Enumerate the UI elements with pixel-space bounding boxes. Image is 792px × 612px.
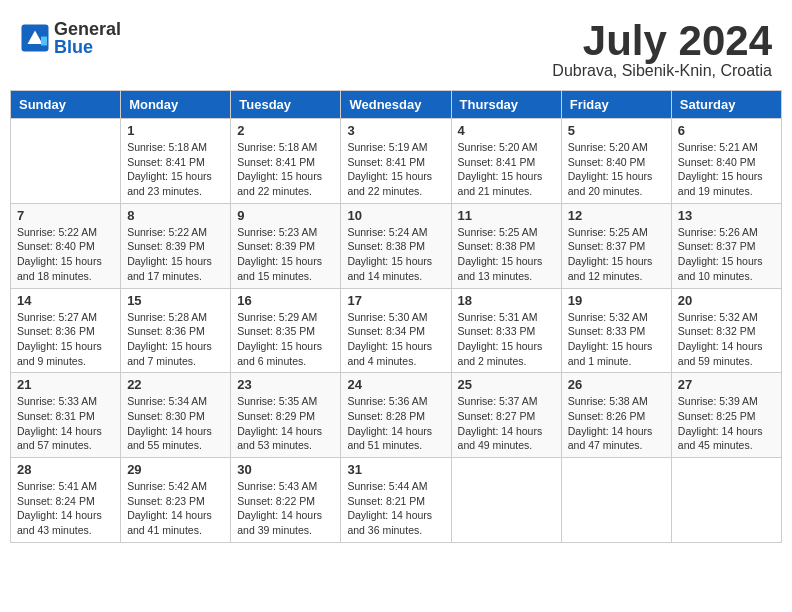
day-header-thursday: Thursday bbox=[451, 91, 561, 119]
calendar-cell: 28Sunrise: 5:41 AM Sunset: 8:24 PM Dayli… bbox=[11, 458, 121, 543]
day-number: 18 bbox=[458, 293, 555, 308]
calendar-cell: 18Sunrise: 5:31 AM Sunset: 8:33 PM Dayli… bbox=[451, 288, 561, 373]
title-section: July 2024 Dubrava, Sibenik-Knin, Croatia bbox=[552, 20, 772, 80]
calendar-cell: 29Sunrise: 5:42 AM Sunset: 8:23 PM Dayli… bbox=[121, 458, 231, 543]
calendar-cell: 31Sunrise: 5:44 AM Sunset: 8:21 PM Dayli… bbox=[341, 458, 451, 543]
logo: General Blue bbox=[20, 20, 121, 56]
calendar-cell bbox=[671, 458, 781, 543]
day-number: 28 bbox=[17, 462, 114, 477]
day-info: Sunrise: 5:25 AM Sunset: 8:37 PM Dayligh… bbox=[568, 225, 665, 284]
calendar-cell bbox=[561, 458, 671, 543]
day-header-monday: Monday bbox=[121, 91, 231, 119]
calendar-cell: 13Sunrise: 5:26 AM Sunset: 8:37 PM Dayli… bbox=[671, 203, 781, 288]
day-number: 17 bbox=[347, 293, 444, 308]
calendar-cell: 5Sunrise: 5:20 AM Sunset: 8:40 PM Daylig… bbox=[561, 119, 671, 204]
calendar-cell: 10Sunrise: 5:24 AM Sunset: 8:38 PM Dayli… bbox=[341, 203, 451, 288]
day-info: Sunrise: 5:33 AM Sunset: 8:31 PM Dayligh… bbox=[17, 394, 114, 453]
day-info: Sunrise: 5:35 AM Sunset: 8:29 PM Dayligh… bbox=[237, 394, 334, 453]
day-header-tuesday: Tuesday bbox=[231, 91, 341, 119]
calendar-cell: 19Sunrise: 5:32 AM Sunset: 8:33 PM Dayli… bbox=[561, 288, 671, 373]
day-number: 10 bbox=[347, 208, 444, 223]
day-info: Sunrise: 5:22 AM Sunset: 8:40 PM Dayligh… bbox=[17, 225, 114, 284]
day-info: Sunrise: 5:32 AM Sunset: 8:33 PM Dayligh… bbox=[568, 310, 665, 369]
calendar-week-row: 21Sunrise: 5:33 AM Sunset: 8:31 PM Dayli… bbox=[11, 373, 782, 458]
day-header-friday: Friday bbox=[561, 91, 671, 119]
calendar-cell bbox=[451, 458, 561, 543]
day-number: 25 bbox=[458, 377, 555, 392]
day-info: Sunrise: 5:30 AM Sunset: 8:34 PM Dayligh… bbox=[347, 310, 444, 369]
day-info: Sunrise: 5:24 AM Sunset: 8:38 PM Dayligh… bbox=[347, 225, 444, 284]
calendar-cell: 11Sunrise: 5:25 AM Sunset: 8:38 PM Dayli… bbox=[451, 203, 561, 288]
day-number: 5 bbox=[568, 123, 665, 138]
day-info: Sunrise: 5:20 AM Sunset: 8:41 PM Dayligh… bbox=[458, 140, 555, 199]
calendar-cell: 20Sunrise: 5:32 AM Sunset: 8:32 PM Dayli… bbox=[671, 288, 781, 373]
logo-general-text: General bbox=[54, 20, 121, 38]
location-title: Dubrava, Sibenik-Knin, Croatia bbox=[552, 62, 772, 80]
calendar-week-row: 14Sunrise: 5:27 AM Sunset: 8:36 PM Dayli… bbox=[11, 288, 782, 373]
day-number: 27 bbox=[678, 377, 775, 392]
calendar-cell: 22Sunrise: 5:34 AM Sunset: 8:30 PM Dayli… bbox=[121, 373, 231, 458]
calendar-cell: 30Sunrise: 5:43 AM Sunset: 8:22 PM Dayli… bbox=[231, 458, 341, 543]
day-info: Sunrise: 5:44 AM Sunset: 8:21 PM Dayligh… bbox=[347, 479, 444, 538]
day-info: Sunrise: 5:32 AM Sunset: 8:32 PM Dayligh… bbox=[678, 310, 775, 369]
calendar-cell: 6Sunrise: 5:21 AM Sunset: 8:40 PM Daylig… bbox=[671, 119, 781, 204]
calendar-cell: 16Sunrise: 5:29 AM Sunset: 8:35 PM Dayli… bbox=[231, 288, 341, 373]
day-number: 22 bbox=[127, 377, 224, 392]
day-number: 1 bbox=[127, 123, 224, 138]
calendar-cell: 7Sunrise: 5:22 AM Sunset: 8:40 PM Daylig… bbox=[11, 203, 121, 288]
day-info: Sunrise: 5:22 AM Sunset: 8:39 PM Dayligh… bbox=[127, 225, 224, 284]
logo-blue-text: Blue bbox=[54, 38, 121, 56]
day-number: 19 bbox=[568, 293, 665, 308]
day-info: Sunrise: 5:20 AM Sunset: 8:40 PM Dayligh… bbox=[568, 140, 665, 199]
day-number: 24 bbox=[347, 377, 444, 392]
calendar-cell: 3Sunrise: 5:19 AM Sunset: 8:41 PM Daylig… bbox=[341, 119, 451, 204]
day-info: Sunrise: 5:28 AM Sunset: 8:36 PM Dayligh… bbox=[127, 310, 224, 369]
day-info: Sunrise: 5:42 AM Sunset: 8:23 PM Dayligh… bbox=[127, 479, 224, 538]
calendar-cell: 2Sunrise: 5:18 AM Sunset: 8:41 PM Daylig… bbox=[231, 119, 341, 204]
day-info: Sunrise: 5:23 AM Sunset: 8:39 PM Dayligh… bbox=[237, 225, 334, 284]
day-number: 26 bbox=[568, 377, 665, 392]
day-number: 7 bbox=[17, 208, 114, 223]
day-info: Sunrise: 5:31 AM Sunset: 8:33 PM Dayligh… bbox=[458, 310, 555, 369]
day-number: 8 bbox=[127, 208, 224, 223]
calendar-cell: 27Sunrise: 5:39 AM Sunset: 8:25 PM Dayli… bbox=[671, 373, 781, 458]
day-number: 6 bbox=[678, 123, 775, 138]
day-number: 23 bbox=[237, 377, 334, 392]
day-info: Sunrise: 5:39 AM Sunset: 8:25 PM Dayligh… bbox=[678, 394, 775, 453]
svg-rect-2 bbox=[41, 37, 47, 46]
calendar-cell: 9Sunrise: 5:23 AM Sunset: 8:39 PM Daylig… bbox=[231, 203, 341, 288]
calendar-table: SundayMondayTuesdayWednesdayThursdayFrid… bbox=[10, 90, 782, 543]
day-number: 13 bbox=[678, 208, 775, 223]
calendar-cell: 15Sunrise: 5:28 AM Sunset: 8:36 PM Dayli… bbox=[121, 288, 231, 373]
day-info: Sunrise: 5:38 AM Sunset: 8:26 PM Dayligh… bbox=[568, 394, 665, 453]
day-info: Sunrise: 5:21 AM Sunset: 8:40 PM Dayligh… bbox=[678, 140, 775, 199]
day-number: 12 bbox=[568, 208, 665, 223]
day-header-sunday: Sunday bbox=[11, 91, 121, 119]
day-number: 29 bbox=[127, 462, 224, 477]
calendar-cell bbox=[11, 119, 121, 204]
day-number: 14 bbox=[17, 293, 114, 308]
day-header-wednesday: Wednesday bbox=[341, 91, 451, 119]
month-title: July 2024 bbox=[552, 20, 772, 62]
day-header-saturday: Saturday bbox=[671, 91, 781, 119]
day-number: 15 bbox=[127, 293, 224, 308]
calendar-week-row: 28Sunrise: 5:41 AM Sunset: 8:24 PM Dayli… bbox=[11, 458, 782, 543]
calendar-cell: 8Sunrise: 5:22 AM Sunset: 8:39 PM Daylig… bbox=[121, 203, 231, 288]
calendar-cell: 14Sunrise: 5:27 AM Sunset: 8:36 PM Dayli… bbox=[11, 288, 121, 373]
day-info: Sunrise: 5:29 AM Sunset: 8:35 PM Dayligh… bbox=[237, 310, 334, 369]
day-number: 9 bbox=[237, 208, 334, 223]
calendar-week-row: 1Sunrise: 5:18 AM Sunset: 8:41 PM Daylig… bbox=[11, 119, 782, 204]
calendar-cell: 26Sunrise: 5:38 AM Sunset: 8:26 PM Dayli… bbox=[561, 373, 671, 458]
calendar-cell: 25Sunrise: 5:37 AM Sunset: 8:27 PM Dayli… bbox=[451, 373, 561, 458]
day-number: 21 bbox=[17, 377, 114, 392]
calendar-cell: 23Sunrise: 5:35 AM Sunset: 8:29 PM Dayli… bbox=[231, 373, 341, 458]
day-number: 4 bbox=[458, 123, 555, 138]
calendar-cell: 17Sunrise: 5:30 AM Sunset: 8:34 PM Dayli… bbox=[341, 288, 451, 373]
day-info: Sunrise: 5:26 AM Sunset: 8:37 PM Dayligh… bbox=[678, 225, 775, 284]
day-info: Sunrise: 5:41 AM Sunset: 8:24 PM Dayligh… bbox=[17, 479, 114, 538]
calendar-header-row: SundayMondayTuesdayWednesdayThursdayFrid… bbox=[11, 91, 782, 119]
day-info: Sunrise: 5:43 AM Sunset: 8:22 PM Dayligh… bbox=[237, 479, 334, 538]
calendar-cell: 21Sunrise: 5:33 AM Sunset: 8:31 PM Dayli… bbox=[11, 373, 121, 458]
day-info: Sunrise: 5:18 AM Sunset: 8:41 PM Dayligh… bbox=[127, 140, 224, 199]
day-number: 30 bbox=[237, 462, 334, 477]
